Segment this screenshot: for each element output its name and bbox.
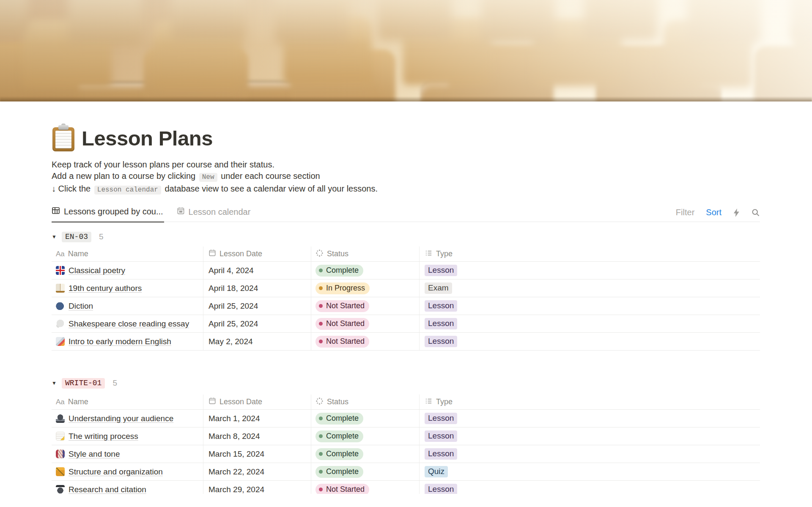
page-icon-clipboard-icon[interactable] — [52, 125, 75, 151]
lesson-date-cell[interactable]: March 15, 2024 — [203, 445, 311, 463]
table-row: Style and tone March 15, 2024 Complete L… — [52, 445, 760, 463]
table-row: Intro to early modern English May 2, 202… — [52, 333, 760, 351]
type-tag[interactable]: Lesson — [425, 300, 457, 312]
group-count: 5 — [99, 232, 104, 241]
type-tag[interactable]: Lesson — [425, 413, 457, 424]
tab-lessons-grouped-by-course[interactable]: Lessons grouped by cou... — [52, 206, 164, 222]
status-pill[interactable]: Complete — [315, 466, 363, 478]
status-pill[interactable]: Not Started — [315, 336, 369, 348]
description-line-1: Keep track of your lesson plans per cour… — [52, 159, 760, 170]
uk-flag-icon — [56, 266, 65, 275]
table-icon — [52, 206, 60, 217]
table-row: The writing process March 8, 2024 Comple… — [52, 428, 760, 445]
list-icon — [425, 397, 433, 407]
type-tag[interactable]: Lesson — [425, 318, 457, 329]
lesson-date-cell[interactable]: March 1, 2024 — [203, 410, 311, 427]
table-row: Structure and organization March 22, 202… — [52, 463, 760, 481]
status-pill[interactable]: Complete — [315, 448, 363, 460]
crane-icon — [56, 467, 65, 476]
type-tag[interactable]: Lesson — [425, 265, 457, 276]
status-dot-icon — [319, 470, 323, 474]
status-pill[interactable]: Complete — [315, 265, 363, 277]
column-header-type[interactable]: Type — [420, 395, 760, 409]
lesson-name-link[interactable]: Shakespeare close reading essay — [69, 319, 189, 329]
lesson-date-cell[interactable]: April 25, 2024 — [203, 315, 311, 332]
memo-icon — [56, 432, 65, 441]
clipped-last-row: Research and citation March 29, 2024 Not… — [52, 481, 760, 494]
calendar-icon — [177, 207, 185, 217]
lesson-name-link[interactable]: Research and citation — [69, 485, 146, 494]
description-line-2: Add a new plan to a course by clicking N… — [52, 170, 760, 183]
status-dot-icon — [319, 417, 323, 420]
text-icon: Aa — [56, 398, 65, 406]
rocket-icon — [56, 337, 65, 346]
inline-code-badge-lesson-calendar: Lesson calendar — [94, 186, 161, 195]
status-dot-icon — [319, 304, 323, 308]
table-header-row: Aa Name Lesson Date Statu — [52, 247, 760, 262]
collapse-triangle-icon[interactable]: ▼ — [52, 380, 62, 386]
calendar-icon — [208, 397, 216, 407]
filter-button[interactable]: Filter — [676, 208, 694, 217]
status-pill[interactable]: Not Started — [315, 318, 369, 330]
search-icon[interactable] — [752, 208, 760, 217]
table-row: Understanding your audience March 1, 202… — [52, 410, 760, 428]
thread-icon — [56, 449, 65, 458]
description-line-3: ↓ Click the Lesson calendar database vie… — [52, 183, 760, 196]
group-badge[interactable]: WRITE-01 — [62, 378, 105, 389]
group-count: 5 — [112, 378, 117, 388]
collapse-triangle-icon[interactable]: ▼ — [52, 234, 62, 240]
lesson-name-link[interactable]: 19th century authors — [69, 284, 142, 293]
lesson-name-link[interactable]: Structure and organization — [69, 467, 163, 477]
lesson-date-cell[interactable]: May 2, 2024 — [203, 333, 311, 350]
tab-lesson-calendar[interactable]: Lesson calendar — [177, 207, 252, 222]
table-row: Shakespeare close reading essay April 25… — [52, 315, 760, 333]
type-tag[interactable]: Quiz — [425, 466, 448, 477]
status-pill[interactable]: In Progress — [315, 282, 370, 294]
page-title: Lesson Plans — [82, 126, 213, 150]
lesson-date-cell[interactable]: April 25, 2024 — [203, 297, 311, 315]
table-row: 19th century authors April 18, 2024 In P… — [52, 280, 760, 297]
status-dot-icon — [319, 488, 323, 491]
status-pill[interactable]: Not Started — [315, 484, 369, 494]
column-header-status[interactable]: Status — [311, 395, 420, 409]
group-header-write-01[interactable]: ▼ WRITE-01 5 — [52, 377, 760, 389]
type-tag[interactable]: Lesson — [425, 336, 457, 347]
lesson-name-link[interactable]: Classical poetry — [69, 266, 125, 275]
lesson-name-link[interactable]: Diction — [69, 301, 93, 311]
lesson-date-cell[interactable]: March 29, 2024 — [203, 481, 311, 494]
column-header-lesson-date[interactable]: Lesson Date — [203, 395, 311, 409]
sort-button[interactable]: Sort — [706, 208, 721, 217]
status-pill[interactable]: Complete — [315, 413, 363, 425]
status-pill[interactable]: Complete — [315, 430, 363, 442]
status-dot-icon — [319, 340, 323, 343]
lesson-date-cell[interactable]: March 22, 2024 — [203, 463, 311, 480]
type-tag[interactable]: Exam — [425, 282, 452, 294]
type-tag[interactable]: Lesson — [425, 448, 457, 460]
lesson-date-cell[interactable]: March 8, 2024 — [203, 428, 311, 445]
table-row: Diction April 25, 2024 Not Started Lesso… — [52, 297, 760, 315]
table-write-01: Aa Name Lesson Date Statu — [52, 395, 760, 494]
lesson-name-link[interactable]: Understanding your audience — [69, 414, 173, 423]
view-tab-bar: Lessons grouped by cou... Lesson calenda… — [52, 205, 760, 222]
column-header-status[interactable]: Status — [311, 247, 420, 261]
lightning-icon[interactable] — [733, 208, 740, 217]
lesson-date-cell[interactable]: April 18, 2024 — [203, 280, 311, 297]
type-tag[interactable]: Lesson — [425, 484, 457, 494]
group-badge[interactable]: EN-03 — [62, 232, 91, 242]
table-header-row: Aa Name Lesson Date Statu — [52, 395, 760, 410]
column-header-name[interactable]: Aa Name — [52, 395, 203, 409]
lesson-date-cell[interactable]: April 4, 2024 — [203, 262, 311, 279]
type-tag[interactable]: Lesson — [425, 430, 457, 442]
status-spinner-icon — [315, 397, 324, 407]
column-header-lesson-date[interactable]: Lesson Date — [203, 247, 311, 261]
status-pill[interactable]: Not Started — [315, 300, 369, 312]
lesson-name-link[interactable]: Style and tone — [69, 449, 120, 459]
text-icon: Aa — [56, 250, 65, 258]
column-header-type[interactable]: Type — [420, 247, 760, 261]
table-en-03: Aa Name Lesson Date Statu — [52, 247, 760, 351]
column-header-name[interactable]: Aa Name — [52, 247, 203, 261]
lesson-name-link[interactable]: Intro to early modern English — [69, 337, 171, 346]
lesson-name-link[interactable]: The writing process — [69, 432, 138, 441]
calendar-icon — [208, 249, 216, 259]
group-header-en-03[interactable]: ▼ EN-03 5 — [52, 230, 760, 243]
